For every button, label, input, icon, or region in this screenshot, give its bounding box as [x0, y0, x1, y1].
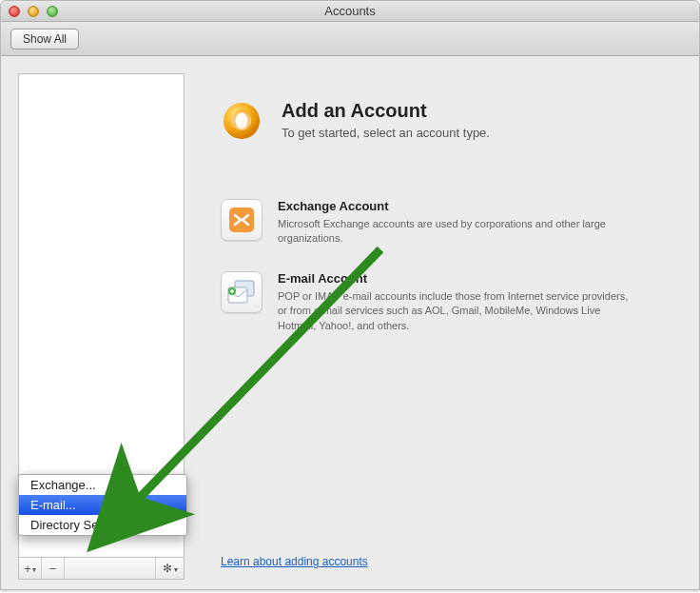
accounts-window: Accounts Show All Exchange... E-mail... … — [0, 0, 700, 590]
page-subtitle: To get started, select an account type. — [282, 126, 490, 140]
exchange-text: Exchange Account Microsoft Exchange acco… — [278, 199, 639, 247]
email-account-option[interactable]: E-mail Account POP or IMAP e-mail accoun… — [221, 271, 653, 333]
email-text: E-mail Account POP or IMAP e-mail accoun… — [278, 271, 639, 333]
exchange-account-option[interactable]: Exchange Account Microsoft Exchange acco… — [221, 199, 653, 247]
titlebar: Accounts — [1, 1, 699, 22]
toolbar: Show All — [1, 22, 699, 56]
hero-section: Add an Account To get started, select an… — [221, 100, 653, 142]
menu-item-exchange[interactable]: Exchange... — [19, 475, 186, 495]
main-panel: Add an Account To get started, select an… — [185, 73, 682, 580]
add-account-menu: Exchange... E-mail... Directory Service.… — [18, 474, 187, 536]
exchange-icon — [221, 199, 262, 241]
exchange-desc: Microsoft Exchange accounts are used by … — [278, 217, 639, 247]
email-title: E-mail Account — [278, 271, 639, 286]
gear-icon: ✻ — [163, 562, 172, 575]
add-account-button[interactable]: + ▾ — [19, 558, 42, 579]
actions-menu-button[interactable]: ✻ ▾ — [155, 558, 184, 579]
plus-icon: + — [24, 562, 31, 576]
email-icon — [221, 271, 262, 313]
menu-item-directory-service[interactable]: Directory Service... — [19, 515, 186, 535]
sidebar-body: Exchange... E-mail... Directory Service.… — [19, 74, 184, 557]
learn-link[interactable]: Learn about adding accounts — [221, 555, 368, 568]
chevron-down-icon: ▾ — [32, 565, 36, 574]
outlook-icon — [221, 100, 262, 142]
minus-icon: − — [49, 562, 57, 576]
menu-item-email[interactable]: E-mail... — [19, 495, 186, 515]
show-all-button[interactable]: Show All — [10, 29, 79, 49]
hero-text: Add an Account To get started, select an… — [282, 100, 490, 140]
email-desc: POP or IMAP e-mail accounts include thos… — [278, 289, 639, 333]
window-title: Accounts — [1, 4, 699, 18]
content-area: Exchange... E-mail... Directory Service.… — [1, 56, 699, 589]
accounts-sidebar: Exchange... E-mail... Directory Service.… — [18, 73, 185, 580]
remove-account-button[interactable]: − — [42, 558, 65, 579]
chevron-down-icon: ▾ — [174, 565, 178, 574]
exchange-title: Exchange Account — [278, 199, 639, 213]
sidebar-footer: + ▾ − ✻ ▾ — [19, 557, 184, 579]
page-title: Add an Account — [282, 100, 490, 122]
